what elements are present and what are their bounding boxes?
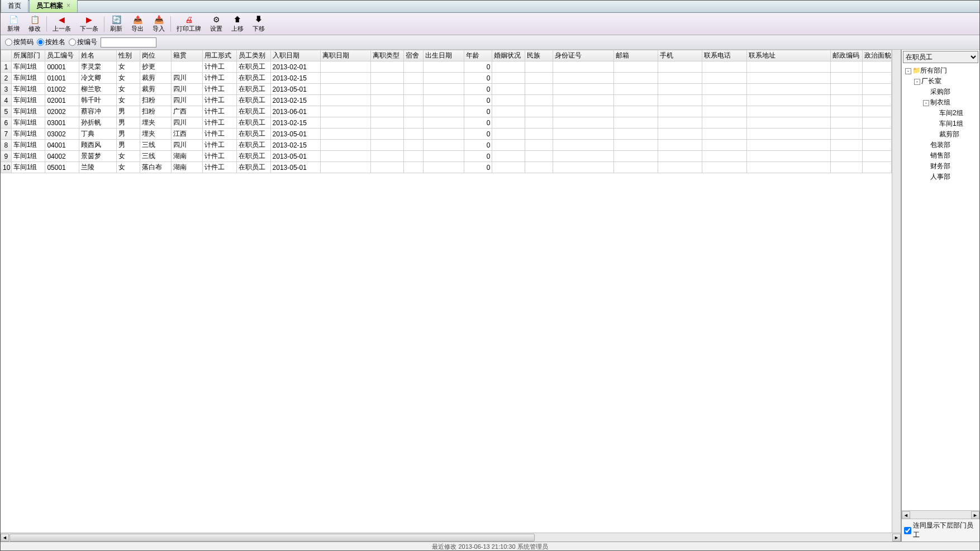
cell-hiredate[interactable]: 2013-02-15 <box>270 73 321 84</box>
cell-phone[interactable] <box>702 61 746 73</box>
tree-node-9[interactable]: 财务部 <box>903 161 978 172</box>
cell-worktype[interactable]: 计件工 <box>203 84 237 95</box>
cell-zip[interactable] <box>831 84 862 95</box>
cell-post[interactable]: 裁剪 <box>140 73 171 84</box>
tab-close-icon[interactable]: × <box>66 2 70 10</box>
cell-marriage[interactable] <box>492 106 525 117</box>
cell-email[interactable] <box>613 73 658 84</box>
cell-name[interactable]: 丁典 <box>79 129 116 140</box>
cell-hiredate[interactable]: 2013-05-01 <box>270 162 321 173</box>
cell-emptype[interactable]: 在职员工 <box>236 140 270 151</box>
cell-dorm[interactable] <box>403 106 424 117</box>
table-row[interactable]: 2车间1组01001冷文卿女裁剪四川计件工在职员工2013-02-150 <box>1 73 892 84</box>
cell-dept[interactable]: 车间1组 <box>11 117 45 129</box>
table-row[interactable]: 4车间1组02001韩千叶女扫粉四川计件工在职员工2013-02-150 <box>1 95 892 106</box>
row-number[interactable]: 10 <box>1 162 12 173</box>
cell-idno[interactable] <box>553 129 614 140</box>
cell-post[interactable]: 三线 <box>140 140 171 151</box>
cell-mobile[interactable] <box>658 140 702 151</box>
cell-name[interactable]: 李灵棠 <box>79 61 116 73</box>
movedown-button[interactable]: 🡇下移 <box>248 14 269 34</box>
moveup-button[interactable]: 🡅上移 <box>227 14 248 34</box>
cell-emptype[interactable]: 在职员工 <box>236 106 270 117</box>
cell-name[interactable]: 蔡容冲 <box>79 106 116 117</box>
cell-leavedate[interactable] <box>321 129 371 140</box>
cell-age[interactable]: 0 <box>464 73 492 84</box>
cell-name[interactable]: 顾西风 <box>79 140 116 151</box>
cell-post[interactable]: 扫粉 <box>140 106 171 117</box>
cell-birth[interactable] <box>424 95 464 106</box>
column-header-marriage[interactable]: 婚姻状况 <box>492 50 525 61</box>
print-button[interactable]: 🖨打印工牌 <box>172 14 206 34</box>
cell-emptype[interactable]: 在职员工 <box>236 129 270 140</box>
cell-email[interactable] <box>613 106 658 117</box>
cell-age[interactable]: 0 <box>464 140 492 151</box>
cell-birth[interactable] <box>424 84 464 95</box>
cell-hiredate[interactable]: 2013-06-01 <box>270 106 321 117</box>
cell-addr[interactable] <box>746 117 830 129</box>
cell-dept[interactable]: 车间1组 <box>11 140 45 151</box>
cell-phone[interactable] <box>702 162 746 173</box>
row-number[interactable]: 2 <box>1 73 12 84</box>
cell-politics[interactable] <box>862 61 891 73</box>
cell-idno[interactable] <box>553 61 614 73</box>
new-button[interactable]: 📄新增 <box>3 14 24 34</box>
cell-idno[interactable] <box>553 95 614 106</box>
cell-mobile[interactable] <box>658 73 702 84</box>
tree-toggle-icon[interactable]: - <box>914 79 920 85</box>
cell-leavetype[interactable] <box>371 106 403 117</box>
cell-sex[interactable]: 男 <box>116 117 140 129</box>
column-header-age[interactable]: 年龄 <box>464 50 492 61</box>
cell-dept[interactable]: 车间1组 <box>11 106 45 117</box>
cell-email[interactable] <box>613 151 658 162</box>
cell-hiredate[interactable]: 2013-05-01 <box>270 151 321 162</box>
cell-age[interactable]: 0 <box>464 106 492 117</box>
scroll-left-arrow[interactable]: ◄ <box>1 534 9 542</box>
cell-dept[interactable]: 车间1组 <box>11 84 45 95</box>
cell-zip[interactable] <box>831 140 862 151</box>
cell-age[interactable]: 0 <box>464 95 492 106</box>
cell-sex[interactable]: 女 <box>116 84 140 95</box>
cell-name[interactable]: 韩千叶 <box>79 95 116 106</box>
tree-node-0[interactable]: -📁所有部门 <box>903 65 978 76</box>
search-mode-0[interactable]: 按简码 <box>5 37 34 47</box>
cell-nation[interactable] <box>525 73 553 84</box>
cell-phone[interactable] <box>702 140 746 151</box>
cell-leavetype[interactable] <box>371 61 403 73</box>
cell-idno[interactable] <box>553 151 614 162</box>
cell-phone[interactable] <box>702 106 746 117</box>
cell-age[interactable]: 0 <box>464 61 492 73</box>
cell-worktype[interactable]: 计件工 <box>203 140 237 151</box>
cell-phone[interactable] <box>702 95 746 106</box>
cell-emptype[interactable]: 在职员工 <box>236 73 270 84</box>
cell-post[interactable]: 落白布 <box>140 162 171 173</box>
import-button[interactable]: 📥导入 <box>148 14 169 34</box>
cell-worktype[interactable]: 计件工 <box>203 106 237 117</box>
cell-dorm[interactable] <box>403 84 424 95</box>
next-button[interactable]: ▶下一条 <box>75 14 103 34</box>
cell-dorm[interactable] <box>403 162 424 173</box>
cell-idno[interactable] <box>553 106 614 117</box>
cell-marriage[interactable] <box>492 140 525 151</box>
cell-emptype[interactable]: 在职员工 <box>236 95 270 106</box>
search-mode-2[interactable]: 按编号 <box>69 37 97 47</box>
search-input[interactable] <box>101 37 156 48</box>
column-header-native[interactable]: 籍贯 <box>171 50 202 61</box>
cell-leavetype[interactable] <box>371 73 403 84</box>
cell-addr[interactable] <box>746 151 830 162</box>
cell-dorm[interactable] <box>403 151 424 162</box>
cell-empno[interactable]: 04002 <box>45 151 79 162</box>
cell-leavedate[interactable] <box>321 140 371 151</box>
column-header-emptype[interactable]: 员工类别 <box>236 50 270 61</box>
cell-name[interactable]: 景茵梦 <box>79 151 116 162</box>
cell-nation[interactable] <box>525 106 553 117</box>
cell-sex[interactable]: 男 <box>116 129 140 140</box>
cell-birth[interactable] <box>424 61 464 73</box>
cell-hiredate[interactable]: 2013-05-01 <box>270 84 321 95</box>
cell-politics[interactable] <box>862 117 891 129</box>
cell-mobile[interactable] <box>658 117 702 129</box>
cell-marriage[interactable] <box>492 73 525 84</box>
table-row[interactable]: 5车间1组02002蔡容冲男扫粉广西计件工在职员工2013-06-010 <box>1 106 892 117</box>
cell-zip[interactable] <box>831 73 862 84</box>
employee-grid[interactable]: 所属部门员工编号姓名性别岗位籍贯用工形式员工类别入职日期离职日期离职类型宿舍出生… <box>1 50 892 173</box>
